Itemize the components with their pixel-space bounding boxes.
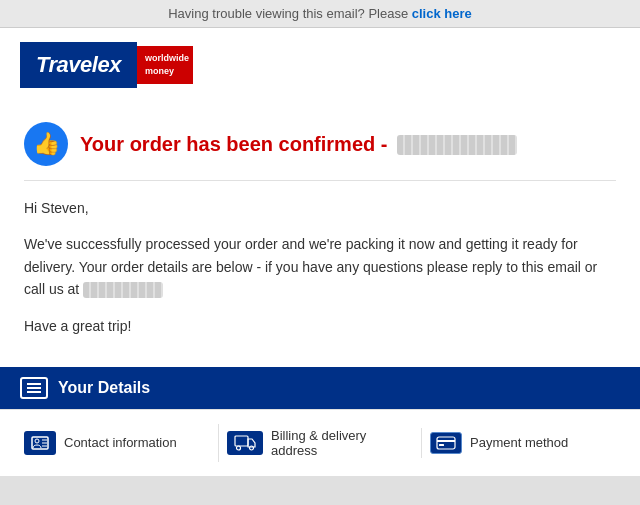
top-bar: Having trouble viewing this email? Pleas… [0, 0, 640, 28]
svg-rect-8 [437, 437, 455, 449]
order-number-redacted [397, 135, 517, 155]
details-icon [20, 377, 48, 399]
svg-point-1 [35, 439, 39, 443]
sign-off: Have a great trip! [24, 315, 616, 337]
logo-area: Travelex worldwide money [0, 28, 640, 102]
payment-method-item[interactable]: Payment method [421, 428, 624, 458]
svg-point-6 [237, 446, 241, 450]
greeting: Hi Steven, [24, 197, 616, 219]
bottom-icons-row: Contact information Billing & delivery a… [0, 409, 640, 476]
contact-info-item[interactable]: Contact information [16, 427, 218, 459]
billing-delivery-label: Billing & delivery address [271, 428, 413, 458]
contact-icon [24, 431, 56, 455]
thumbs-up-icon: 👍 [24, 122, 68, 166]
card-icon [430, 432, 462, 454]
phone-redacted [83, 282, 163, 298]
truck-icon [227, 431, 263, 455]
logo-brand: Travelex [20, 42, 137, 88]
confirmation-title: Your order has been confirmed - [80, 133, 517, 156]
email-body: 👍 Your order has been confirmed - Hi Ste… [0, 102, 640, 367]
svg-rect-5 [235, 436, 248, 446]
your-details-title: Your Details [58, 379, 150, 397]
your-details-bar: Your Details [0, 367, 640, 409]
svg-rect-10 [439, 444, 444, 446]
body-paragraph: We've successfully processed your order … [24, 233, 616, 300]
email-content: Hi Steven, We've successfully processed … [24, 197, 616, 337]
travelex-logo: Travelex worldwide money [20, 42, 193, 88]
top-bar-text: Having trouble viewing this email? Pleas… [168, 6, 412, 21]
click-here-link[interactable]: click here [412, 6, 472, 21]
confirmation-header: 👍 Your order has been confirmed - [24, 122, 616, 181]
billing-delivery-item[interactable]: Billing & delivery address [218, 424, 421, 462]
contact-info-label: Contact information [64, 435, 177, 450]
logo-tagline: worldwide money [137, 46, 193, 83]
payment-method-label: Payment method [470, 435, 568, 450]
